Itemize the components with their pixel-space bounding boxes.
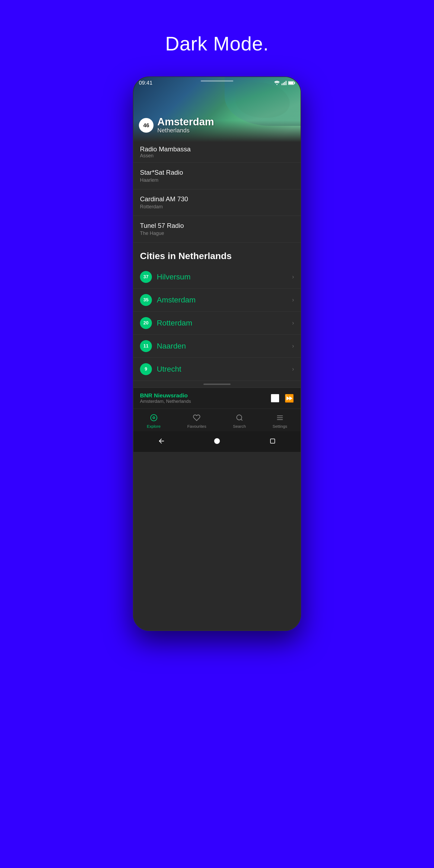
- now-playing-info: BNR Nieuwsradio Amsterdam, Netherlands: [140, 392, 191, 404]
- city-count-badge: 11: [140, 340, 152, 352]
- station-count-badge: 46: [139, 118, 154, 133]
- now-playing-bar[interactable]: BNR Nieuwsradio Amsterdam, Netherlands ⏩: [133, 388, 301, 408]
- city-item[interactable]: 20 Rotterdam ›: [133, 312, 301, 335]
- status-bar: 09:41: [133, 77, 301, 89]
- svg-point-14: [214, 438, 220, 444]
- radio-item[interactable]: Cardinal AM 730 Rotterdam: [133, 189, 301, 216]
- radio-item[interactable]: Tunel 57 Radio The Hague: [133, 216, 301, 243]
- chevron-right-icon: ›: [292, 273, 294, 280]
- heart-icon: [192, 413, 201, 422]
- city-name: Amsterdam: [157, 296, 287, 304]
- settings-icon: [275, 413, 284, 422]
- city-item[interactable]: 9 Utrecht ›: [133, 358, 301, 381]
- svg-point-9: [237, 415, 242, 420]
- svg-point-8: [153, 417, 155, 419]
- fast-forward-button[interactable]: ⏩: [284, 394, 294, 403]
- header-country: Netherlands: [157, 127, 214, 134]
- chevron-right-icon: ›: [292, 343, 294, 350]
- radio-item-partial[interactable]: Radio Mambassa Assen: [133, 142, 301, 163]
- radio-station-name: Radio Mambassa: [140, 145, 294, 153]
- svg-rect-6: [289, 82, 293, 84]
- android-back-button[interactable]: [156, 436, 167, 446]
- location-badge: 46 Amsterdam Netherlands: [139, 117, 214, 134]
- radio-station-city: Assen: [140, 153, 294, 159]
- svg-point-7: [151, 414, 157, 421]
- svg-line-10: [241, 419, 242, 421]
- android-home-button[interactable]: [212, 436, 222, 446]
- bottom-nav: Explore Favourites Sear: [133, 408, 301, 431]
- svg-rect-3: [286, 81, 286, 85]
- map-header: 09:41: [133, 77, 301, 142]
- nav-settings[interactable]: Settings: [273, 413, 287, 429]
- status-icons: [274, 81, 295, 85]
- city-item[interactable]: 35 Amsterdam ›: [133, 289, 301, 312]
- signal-icon: [282, 81, 286, 85]
- cities-list: 37 Hilversum › 35 Amsterdam › 20 Rotterd…: [133, 266, 301, 381]
- radio-station-name: Cardinal AM 730: [140, 195, 294, 203]
- android-nav-bar: [133, 431, 301, 452]
- nav-settings-label: Settings: [273, 424, 287, 429]
- scroll-indicator: [204, 383, 230, 385]
- city-name: Naarden: [157, 342, 287, 350]
- city-count-badge: 35: [140, 294, 152, 306]
- svg-rect-15: [271, 439, 275, 443]
- city-item[interactable]: 11 Naarden ›: [133, 335, 301, 358]
- page-title: Dark Mode.: [165, 33, 269, 55]
- battery-icon: [288, 81, 295, 85]
- radio-station-name: Star*Sat Radio: [140, 169, 294, 176]
- location-info: Amsterdam Netherlands: [157, 117, 214, 134]
- nav-search-label: Search: [233, 424, 246, 429]
- stop-button[interactable]: [271, 394, 279, 402]
- phone-content: Radio Mambassa Assen Star*Sat Radio Haar…: [133, 142, 301, 630]
- svg-rect-1: [283, 83, 284, 85]
- search-icon: [235, 413, 244, 422]
- chevron-right-icon: ›: [292, 297, 294, 304]
- svg-rect-5: [294, 82, 295, 84]
- status-time: 09:41: [139, 80, 152, 86]
- city-count-badge: 20: [140, 317, 152, 329]
- explore-icon: [149, 413, 158, 422]
- city-count-badge: 9: [140, 363, 152, 375]
- phone-device: 09:41: [133, 76, 301, 631]
- city-count-badge: 37: [140, 271, 152, 283]
- cities-section-header: Cities in Netherlands: [133, 243, 301, 266]
- city-name: Utrecht: [157, 365, 287, 373]
- radio-station-city: The Hague: [140, 230, 294, 236]
- radio-station-city: Rotterdam: [140, 204, 294, 210]
- nav-favourites-label: Favourites: [187, 424, 206, 429]
- svg-rect-2: [284, 82, 285, 85]
- now-playing-station: BNR Nieuwsradio: [140, 392, 191, 399]
- chevron-right-icon: ›: [292, 366, 294, 373]
- radio-list: Star*Sat Radio Haarlem Cardinal AM 730 R…: [133, 163, 301, 243]
- nav-search[interactable]: Search: [233, 413, 246, 429]
- android-recent-button[interactable]: [267, 436, 278, 446]
- city-item[interactable]: 37 Hilversum ›: [133, 266, 301, 289]
- radio-item[interactable]: Star*Sat Radio Haarlem: [133, 163, 301, 189]
- chevron-right-icon: ›: [292, 319, 294, 327]
- wifi-icon: [274, 81, 280, 85]
- nav-favourites[interactable]: Favourites: [187, 413, 206, 429]
- nav-explore-label: Explore: [147, 424, 161, 429]
- now-playing-location: Amsterdam, Netherlands: [140, 399, 191, 404]
- svg-rect-0: [282, 84, 282, 85]
- playback-controls: ⏩: [271, 394, 294, 403]
- nav-explore[interactable]: Explore: [147, 413, 161, 429]
- header-city: Amsterdam: [157, 117, 214, 127]
- radio-station-name: Tunel 57 Radio: [140, 222, 294, 229]
- notch: [201, 80, 233, 82]
- city-name: Hilversum: [157, 273, 287, 281]
- radio-station-city: Haarlem: [140, 177, 294, 183]
- city-name: Rotterdam: [157, 319, 287, 328]
